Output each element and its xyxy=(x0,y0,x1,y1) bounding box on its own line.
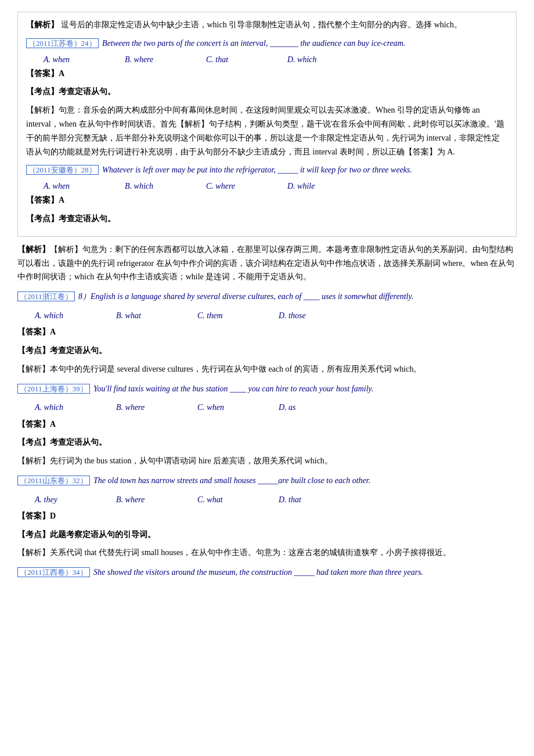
keypoint-shandong-label: 【考点】此题考察定语从句的引导词。 xyxy=(17,530,156,539)
option-28-b: B. which xyxy=(125,182,183,191)
analysis-shandong: 【解析】关系代词 that 代替先行词 small houses，在从句中作主语… xyxy=(17,546,517,560)
question-jiangxi-section: （2011江西卷）34） She showed the visitors aro… xyxy=(17,566,517,579)
question-jiangxi-text: She showed the visitors around the museu… xyxy=(93,568,423,577)
analysis-shanghai: 【解析】先行词为 the bus station，从句中谓语动词 hire 后差… xyxy=(17,454,517,468)
question-24-block: （2011江苏卷）24） Between the two parts of th… xyxy=(26,37,508,51)
analysis-24: 【解析】句意：音乐会的两大构成部分中间有幕间休息时间，在这段时间里观众可以去买冰… xyxy=(26,103,508,159)
keypoint-24: 【考点】考查定语从句。 xyxy=(26,85,508,99)
option-shanghai-b: B. where xyxy=(116,400,174,415)
keypoint-shandong: 【考点】此题考察定语从句的引导词。 xyxy=(17,528,517,542)
question-28-options: A. when B. which C. where D. while xyxy=(44,182,508,191)
question-shandong-block: （2011山东卷）32） The old town has narrow str… xyxy=(17,474,517,488)
question-24-tag: （2011江苏卷）24） xyxy=(26,38,99,48)
option-28-a: A. when xyxy=(44,182,102,191)
outer-analysis-1-content: 【解析】句意为：剩下的任何东西都可以放入冰箱，在那里可以保存两三周。本题考查非限… xyxy=(17,245,514,282)
option-shanghai-d: D. as xyxy=(279,400,337,415)
option-shandong-a: A. they xyxy=(35,492,93,507)
keypoint-shanghai: 【考点】考查定语从句。 xyxy=(17,435,517,449)
answer-24-label: 【答案】A xyxy=(26,69,64,78)
option-shandong-b: B. where xyxy=(116,492,174,507)
option-shandong-c: C. what xyxy=(197,492,255,507)
analysis-label-1: 【解析】 xyxy=(26,20,59,29)
analysis-zhejiang-text: 【解析】本句中的先行词是 several diverse cultures，先行… xyxy=(17,365,421,373)
analysis-shandong-text: 【解析】关系代词 that 代替先行词 small houses，在从句中作主语… xyxy=(17,548,451,557)
analysis-zhejiang: 【解析】本句中的先行词是 several diverse cultures，先行… xyxy=(17,362,517,376)
question-shanghai-section: （2011上海卷）39） You'll find taxis waiting a… xyxy=(17,382,517,468)
question-shandong-section: （2011山东卷）32） The old town has narrow str… xyxy=(17,474,517,560)
answer-shandong-label: 【答案】D xyxy=(17,512,56,520)
question-shandong-tag: （2011山东卷）32） xyxy=(17,476,90,485)
answer-24: 【答案】A xyxy=(26,67,508,81)
answer-zhejiang-label: 【答案】A xyxy=(17,327,56,336)
option-shanghai-c: C. when xyxy=(197,400,255,415)
question-shanghai-block: （2011上海卷）39） You'll find taxis waiting a… xyxy=(17,382,517,396)
answer-zhejiang: 【答案】A xyxy=(17,325,517,339)
answer-28-label: 【答案】A xyxy=(26,196,64,204)
option-24-d: D. which xyxy=(287,55,345,64)
question-shanghai-tag: （2011上海卷）39） xyxy=(17,384,90,394)
analysis-24-text: 【解析】句意：音乐会的两大构成部分中间有幕间休息时间，在这段时间里观众可以去买冰… xyxy=(26,106,504,156)
option-28-d: D. while xyxy=(287,182,345,191)
boxed-section-top: 【解析】 逗号后的非限定性定语从句中缺少主语，which 引导非限制性定语从句，… xyxy=(17,12,517,237)
keypoint-28: 【考点】考查定语从句。 xyxy=(26,212,508,226)
keypoint-zhejiang: 【考点】考查定语从句。 xyxy=(17,344,517,358)
option-shandong-d: D. that xyxy=(279,492,337,507)
option-shanghai-a: A. which xyxy=(35,400,93,415)
keypoint-zhejiang-label: 【考点】考查定语从句。 xyxy=(17,346,107,355)
question-shandong-options: A. they B. where C. what D. that xyxy=(35,492,517,507)
outer-analysis-1-text: 【解析】【解析】句意为：剩下的任何东西都可以放入冰箱，在那里可以保存两三周。本题… xyxy=(17,243,517,284)
question-24-options: A. when B. where C. that D. which xyxy=(44,55,508,64)
option-24-c: C. that xyxy=(206,55,264,64)
question-zhejiang-section: （2011浙江卷） 8）English is a language shared… xyxy=(17,290,517,376)
question-shanghai-text: You'll find taxis waiting at the bus sta… xyxy=(93,384,374,393)
answer-28: 【答案】A xyxy=(26,193,508,207)
question-jiangxi-block: （2011江西卷）34） She showed the visitors aro… xyxy=(17,566,517,579)
question-zhejiang-block: （2011浙江卷） 8）English is a language shared… xyxy=(17,290,517,304)
option-zhejiang-a: A. which xyxy=(35,308,93,323)
answer-shanghai-label: 【答案】A xyxy=(17,420,56,429)
outer-analysis-1-label: 【解析】 xyxy=(17,245,50,254)
analysis-text-1: 逗号后的非限定性定语从句中缺少主语，which 引导非限制性定语从句，指代整个主… xyxy=(61,20,462,29)
keypoint-shanghai-label: 【考点】考查定语从句。 xyxy=(17,438,107,447)
question-24-text: Between the two parts of the concert is … xyxy=(102,39,405,48)
page-content: 【解析】 逗号后的非限定性定语从句中缺少主语，which 引导非限制性定语从句，… xyxy=(17,12,517,579)
question-28-text: Whatever is left over may be put into th… xyxy=(102,165,412,174)
option-24-b: B. where xyxy=(125,55,183,64)
keypoint-24-label: 【考点】考查定语从句。 xyxy=(26,87,116,96)
question-jiangxi-tag: （2011江西卷）34） xyxy=(17,567,90,577)
option-28-c: C. where xyxy=(206,182,264,191)
question-28-block: （2011安徽卷）28） Whatever is left over may b… xyxy=(26,163,508,177)
option-zhejiang-d: D. those xyxy=(279,308,337,323)
question-shandong-text: The old town has narrow streets and smal… xyxy=(93,476,370,485)
option-zhejiang-c: C. them xyxy=(197,308,255,323)
question-28-tag: （2011安徽卷）28） xyxy=(26,165,99,175)
answer-shandong: 【答案】D xyxy=(17,509,517,523)
answer-shanghai: 【答案】A xyxy=(17,417,517,431)
question-zhejiang-text: 8）English is a language shared by severa… xyxy=(78,292,413,301)
keypoint-28-label: 【考点】考查定语从句。 xyxy=(26,214,116,223)
option-24-a: A. when xyxy=(44,55,102,64)
outer-analysis-1: 【解析】【解析】句意为：剩下的任何东西都可以放入冰箱，在那里可以保存两三周。本题… xyxy=(17,243,517,284)
question-zhejiang-tag: （2011浙江卷） xyxy=(17,291,75,301)
analysis-shanghai-text: 【解析】先行词为 the bus station，从句中谓语动词 hire 后差… xyxy=(17,456,333,465)
option-zhejiang-b: B. what xyxy=(116,308,174,323)
question-zhejiang-options: A. which B. what C. them D. those xyxy=(35,308,517,323)
analysis-block-1: 【解析】 逗号后的非限定性定语从句中缺少主语，which 引导非限制性定语从句，… xyxy=(26,18,508,32)
question-shanghai-options: A. which B. where C. when D. as xyxy=(35,400,517,415)
